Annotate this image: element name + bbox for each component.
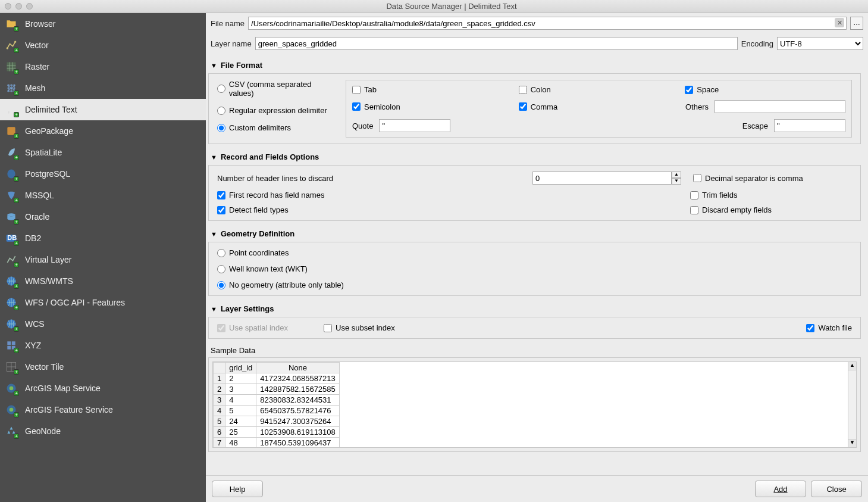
- sidebar-item-geopackage[interactable]: +GeoPackage: [0, 120, 206, 142]
- others-label: Others: [685, 102, 709, 111]
- sidebar-item-label: DB2: [25, 233, 41, 243]
- cell: 187450.5391096437: [256, 438, 340, 448]
- quote-input[interactable]: [379, 119, 450, 132]
- table-row[interactable]: 3482380832.83244531: [214, 395, 340, 406]
- radio-regex[interactable]: Regular expression delimiter: [217, 106, 336, 115]
- file-name-input[interactable]: [248, 17, 847, 30]
- header-lines-input[interactable]: [532, 172, 672, 185]
- maximize-icon[interactable]: [26, 3, 33, 10]
- close-button[interactable]: Close: [811, 481, 862, 497]
- table-row[interactable]: 5249415247.300375264: [214, 416, 340, 427]
- spin-down-icon[interactable]: ▼: [672, 178, 681, 185]
- geometry-header[interactable]: ▼ Geometry Definition: [208, 225, 861, 242]
- sidebar-item-mesh[interactable]: +Mesh: [0, 77, 206, 99]
- sidebar-item-delimited-text[interactable]: ,+Delimited Text: [0, 99, 206, 120]
- file-format-header[interactable]: ▼ File Format: [208, 56, 861, 73]
- check-detect-types[interactable]: Detect field types: [217, 205, 289, 214]
- record-options-header[interactable]: ▼ Record and Fields Options: [208, 148, 861, 165]
- cell: 2: [225, 373, 256, 384]
- sidebar-item-db2[interactable]: DB2+DB2: [0, 227, 206, 249]
- sidebar-item-browser[interactable]: +Browser: [0, 13, 206, 35]
- radio-csv-label: CSV (comma separated values): [229, 80, 336, 98]
- radio-csv[interactable]: CSV (comma separated values): [217, 80, 336, 98]
- check-watch-file[interactable]: Watch file: [806, 323, 852, 332]
- check-discard-empty[interactable]: Discard empty fields: [690, 205, 772, 214]
- sidebar-item-vector-tile[interactable]: +Vector Tile: [0, 356, 206, 378]
- sidebar-item-spatialite[interactable]: +SpatiaLite: [0, 142, 206, 163]
- check-space[interactable]: Space: [685, 85, 719, 94]
- minimize-icon[interactable]: [15, 3, 22, 10]
- cell: 65450375.57821476: [256, 406, 340, 416]
- table-row[interactable]: 748187450.5391096437: [214, 438, 340, 448]
- sidebar-item-raster[interactable]: +Raster: [0, 56, 206, 77]
- sidebar-item-postgresql[interactable]: +PostgreSQL: [0, 163, 206, 185]
- radio-wkt[interactable]: Well known text (WKT): [217, 264, 852, 273]
- sidebar-item-wms-wmts[interactable]: +WMS/WMTS: [0, 270, 206, 292]
- check-colon-label: Colon: [531, 85, 551, 94]
- check-colon[interactable]: Colon: [519, 85, 551, 94]
- sidebar-item-vector[interactable]: +Vector: [0, 35, 206, 56]
- window-title: Data Source Manager | Delimited Text: [40, 2, 863, 11]
- table-row[interactable]: 62510253908.619113108: [214, 427, 340, 438]
- layer-settings-header[interactable]: ▼ Layer Settings: [208, 300, 861, 317]
- sample-table-wrap[interactable]: grid_idNone124172324.0685587213231428875…: [212, 361, 857, 448]
- db2-icon: DB2+: [5, 232, 18, 245]
- table-row[interactable]: 4565450375.57821476: [214, 406, 340, 416]
- first-record-label: First record has field names: [229, 191, 324, 199]
- quote-label: Quote: [352, 121, 373, 130]
- spin-up-icon[interactable]: ▲: [672, 172, 681, 178]
- radio-point[interactable]: Point coordinates: [217, 248, 852, 257]
- row-num: 4: [214, 406, 225, 416]
- scrollbar-vertical[interactable]: ▲ ▼: [848, 362, 856, 447]
- watch-file-label: Watch file: [818, 323, 852, 332]
- sidebar-item-wcs[interactable]: +WCS: [0, 313, 206, 335]
- sidebar-item-geonode[interactable]: +GeoNode: [0, 420, 206, 442]
- check-first-record[interactable]: First record has field names: [217, 191, 324, 199]
- sidebar-item-wfs-ogc-api-features[interactable]: +WFS / OGC API - Features: [0, 292, 206, 313]
- check-space-label: Space: [697, 85, 719, 94]
- clear-file-icon[interactable]: ✕: [835, 18, 844, 27]
- cell: 10253908.619113108: [256, 427, 340, 438]
- radio-no-geometry[interactable]: No geometry (attribute only table): [217, 280, 852, 289]
- escape-input[interactable]: [774, 119, 845, 132]
- check-tab[interactable]: Tab: [352, 85, 377, 94]
- sidebar-item-label: Delimited Text: [25, 105, 77, 114]
- table-row[interactable]: 23142887582.15672585: [214, 384, 340, 395]
- footer: Help Add Close: [206, 475, 868, 502]
- check-comma[interactable]: Comma: [519, 102, 558, 111]
- sidebar-item-oracle[interactable]: +Oracle: [0, 206, 206, 227]
- vect-icon: +: [5, 39, 18, 52]
- sidebar-item-label: PostgreSQL: [25, 169, 70, 179]
- row-num: 5: [214, 416, 225, 427]
- sidebar-item-virtual-layer[interactable]: +Virtual Layer: [0, 249, 206, 270]
- encoding-select[interactable]: UTF-8: [777, 37, 863, 50]
- scroll-down-icon[interactable]: ▼: [848, 439, 856, 447]
- check-semicolon[interactable]: Semicolon: [352, 102, 400, 111]
- help-button[interactable]: Help: [212, 481, 263, 497]
- layer-name-input[interactable]: [255, 37, 738, 50]
- add-button[interactable]: Add: [755, 481, 806, 497]
- browse-button[interactable]: …: [850, 17, 863, 30]
- svg-rect-12: [7, 341, 11, 345]
- check-trim[interactable]: Trim fields: [690, 191, 737, 199]
- close-icon[interactable]: [5, 3, 11, 10]
- others-input[interactable]: [715, 100, 845, 113]
- sidebar-item-arcgis-map-service[interactable]: +ArcGIS Map Service: [0, 378, 206, 399]
- radio-point-label: Point coordinates: [229, 248, 289, 257]
- check-decimal-comma[interactable]: Decimal separator is comma: [693, 174, 803, 183]
- table-row[interactable]: 124172324.0685587213: [214, 373, 340, 384]
- check-subset-index[interactable]: Use subset index: [324, 323, 770, 332]
- svg-point-0: [7, 47, 8, 49]
- layer-name-label: Layer name: [211, 39, 252, 48]
- svg-rect-13: [12, 341, 15, 345]
- sidebar-item-xyz[interactable]: +XYZ: [0, 335, 206, 356]
- scroll-up-icon[interactable]: ▲: [848, 362, 856, 370]
- col-header[interactable]: grid_id: [225, 363, 256, 373]
- sidebar-item-label: Browser: [25, 19, 55, 29]
- vl-icon: +: [5, 253, 18, 266]
- cell: 142887582.15672585: [256, 384, 340, 395]
- sidebar-item-arcgis-feature-service[interactable]: +ArcGIS Feature Service: [0, 399, 206, 420]
- col-header[interactable]: None: [256, 363, 340, 373]
- radio-custom[interactable]: Custom delimiters: [217, 123, 336, 132]
- sidebar-item-mssql[interactable]: +MSSQL: [0, 185, 206, 206]
